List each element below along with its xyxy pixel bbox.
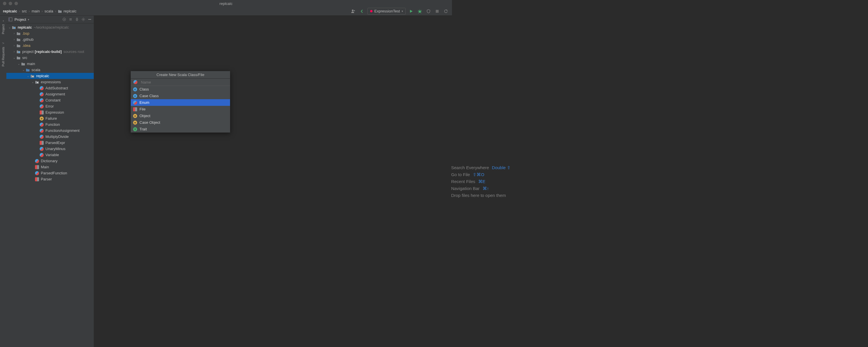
tree-file[interactable]: ParsedFunction [6, 170, 94, 176]
hint-goto: Go to File [451, 172, 452, 177]
tree-file[interactable]: ParsedExpr [6, 140, 94, 146]
tree-file[interactable]: oFailure [6, 115, 94, 121]
debug-button[interactable] [416, 8, 423, 14]
chevron-down-icon[interactable] [31, 81, 35, 84]
run-button[interactable] [408, 8, 414, 14]
breadcrumb[interactable]: replcalc › src › main › scala › replcalc [3, 9, 76, 13]
stop-button[interactable] [434, 8, 440, 14]
tree-node-scala[interactable]: scala [6, 67, 94, 73]
crumb-pkg[interactable]: replcalc [63, 9, 76, 13]
class-icon: c [133, 87, 137, 91]
popup-item-enum[interactable]: Enum [131, 99, 230, 106]
gear-icon[interactable] [81, 17, 86, 22]
update-button[interactable] [443, 8, 449, 14]
folder-icon [16, 31, 21, 36]
chevron-down-icon[interactable] [7, 26, 11, 29]
scala-class-icon [35, 171, 39, 176]
tree-root[interactable]: replcalc ~/workspace/replcalc [6, 24, 94, 30]
crumb-scala[interactable]: scala [44, 9, 53, 13]
undo-arrow-icon[interactable] [359, 8, 365, 14]
popup-item-class[interactable]: cClass [131, 86, 230, 93]
chevron-right-icon[interactable] [12, 50, 16, 53]
tree-file[interactable]: Expression [6, 109, 94, 115]
tree-node-replcalc-pkg[interactable]: replcalc [6, 73, 94, 79]
tree-node-bsp[interactable]: .bsp [6, 30, 94, 36]
tree-node-idea[interactable]: .idea [6, 42, 94, 49]
tree-file[interactable]: AddSubstract [6, 85, 94, 91]
svg-point-0 [352, 9, 353, 11]
name-input[interactable] [141, 80, 228, 85]
project-tree[interactable]: replcalc ~/workspace/replcalc .bsp .gith… [6, 24, 94, 181]
popup-item-object[interactable]: oObject [131, 113, 230, 119]
tree-file[interactable]: FunctionAssignment [6, 128, 94, 134]
popup-item-file[interactable]: File [131, 106, 230, 113]
scala-icon: ⬣ [370, 9, 373, 13]
tree-node-github[interactable]: .github [6, 36, 94, 42]
tree-file[interactable]: Dictionary [6, 158, 94, 164]
chevron-right-icon[interactable] [12, 38, 16, 41]
popup-input-row [131, 78, 230, 86]
svg-point-6 [64, 19, 65, 20]
tree-file[interactable]: Parser [6, 176, 94, 181]
minimize-window-icon[interactable] [9, 2, 12, 5]
file-label: Dictionary [41, 159, 58, 163]
chevron-right-icon: › [55, 9, 56, 13]
crumb-src[interactable]: src [22, 9, 27, 13]
chevron-right-icon[interactable] [12, 32, 16, 35]
coverage-button[interactable] [425, 8, 432, 14]
hide-icon[interactable] [87, 17, 92, 22]
add-user-icon[interactable] [350, 8, 356, 14]
tree-file[interactable]: UnaryMinus [6, 146, 94, 152]
crumb-main[interactable]: main [32, 9, 40, 13]
tree-file[interactable]: Assignment [6, 91, 94, 97]
scala-class-icon [39, 92, 44, 97]
node-hint: sources root [63, 50, 84, 54]
popup-item-case-object[interactable]: oCase Object [131, 119, 230, 126]
toolbar-right: ⬣ ExpressionTest ▾ [350, 8, 449, 15]
project-tool-tab[interactable]: Project ▫ [1, 18, 5, 36]
tree-file[interactable]: Error [6, 103, 94, 109]
svg-point-11 [37, 82, 38, 83]
folder-icon [16, 37, 21, 42]
tree-file[interactable]: Main [6, 164, 94, 170]
chevron-down-icon[interactable] [17, 62, 21, 65]
tree-node-expressions[interactable]: expressions [6, 79, 94, 85]
node-label: replcalc [36, 74, 49, 78]
folder-icon: ▫ [1, 20, 5, 22]
tree-node-project[interactable]: project [replcalc-build] sources root [6, 49, 94, 55]
run-config-selector[interactable]: ⬣ ExpressionTest ▾ [368, 8, 406, 15]
chevron-down-icon[interactable]: ▾ [28, 18, 29, 21]
scala-class-icon [39, 122, 44, 127]
chevron-down-icon[interactable] [12, 56, 16, 59]
crumb-root[interactable]: replcalc [3, 9, 17, 13]
chevron-down-icon[interactable] [22, 68, 26, 71]
project-title[interactable]: Project [14, 18, 26, 22]
tree-node-src[interactable]: src [6, 55, 94, 61]
folder-icon [16, 56, 21, 60]
tree-file[interactable]: Function [6, 121, 94, 128]
package-icon [30, 74, 35, 78]
popup-item-trait[interactable]: tTrait [131, 126, 230, 132]
select-opened-file-icon[interactable] [62, 17, 66, 22]
object-icon: o [133, 121, 137, 125]
tree-node-main[interactable]: main [6, 61, 94, 67]
chevron-right-icon: › [29, 9, 30, 13]
expand-all-icon[interactable] [68, 17, 73, 22]
file-label: Expression [45, 110, 64, 115]
project-view-icon[interactable] [8, 17, 13, 22]
scala-class-icon [39, 147, 44, 151]
chevron-right-icon[interactable] [12, 44, 16, 47]
svg-rect-8 [14, 27, 15, 28]
file-label: UnaryMinus [45, 147, 65, 151]
close-window-icon[interactable] [3, 2, 6, 5]
collapse-all-icon[interactable] [75, 17, 79, 22]
tree-file[interactable]: Constant [6, 97, 94, 103]
popup-item-case-class[interactable]: cCase Class [131, 93, 230, 99]
tree-file[interactable]: MultiplyDivide [6, 134, 94, 140]
node-label: expressions [41, 80, 61, 84]
chevron-down-icon[interactable] [26, 74, 30, 77]
maximize-window-icon[interactable] [14, 2, 18, 5]
tree-file[interactable]: Variable [6, 152, 94, 158]
file-label: Function [45, 122, 60, 127]
pull-requests-tool-tab[interactable]: Pull Requests ⑂ [1, 40, 5, 68]
